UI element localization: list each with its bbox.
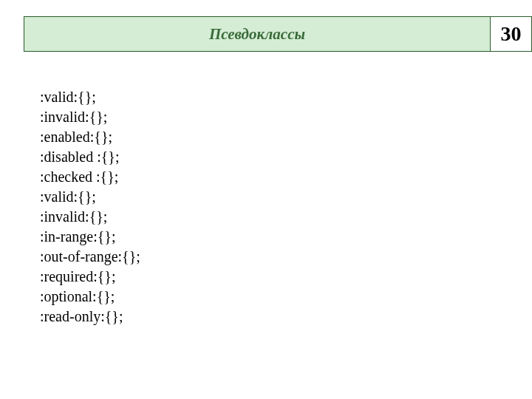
list-item: :enabled:{}; bbox=[40, 127, 140, 147]
list-item: :in-range:{}; bbox=[40, 227, 140, 247]
list-item: :required:{}; bbox=[40, 267, 140, 287]
list-item: :read-only:{}; bbox=[40, 307, 140, 327]
list-item: :invalid:{}; bbox=[40, 107, 140, 127]
list-item: :valid:{}; bbox=[40, 87, 140, 107]
list-item: :disabled :{}; bbox=[40, 147, 140, 167]
list-item: :out-of-range:{}; bbox=[40, 247, 140, 267]
list-item: :optional:{}; bbox=[40, 287, 140, 307]
list-item: :checked :{}; bbox=[40, 167, 140, 187]
list-item: :valid:{}; bbox=[40, 187, 140, 207]
slide-title: Псевдоклассы bbox=[24, 16, 491, 52]
slide-number: 30 bbox=[491, 16, 532, 52]
list-item: :invalid:{}; bbox=[40, 207, 140, 227]
slide-header: Псевдоклассы 30 bbox=[24, 16, 532, 52]
content-list: :valid:{}; :invalid:{}; :enabled:{}; :di… bbox=[40, 87, 140, 327]
